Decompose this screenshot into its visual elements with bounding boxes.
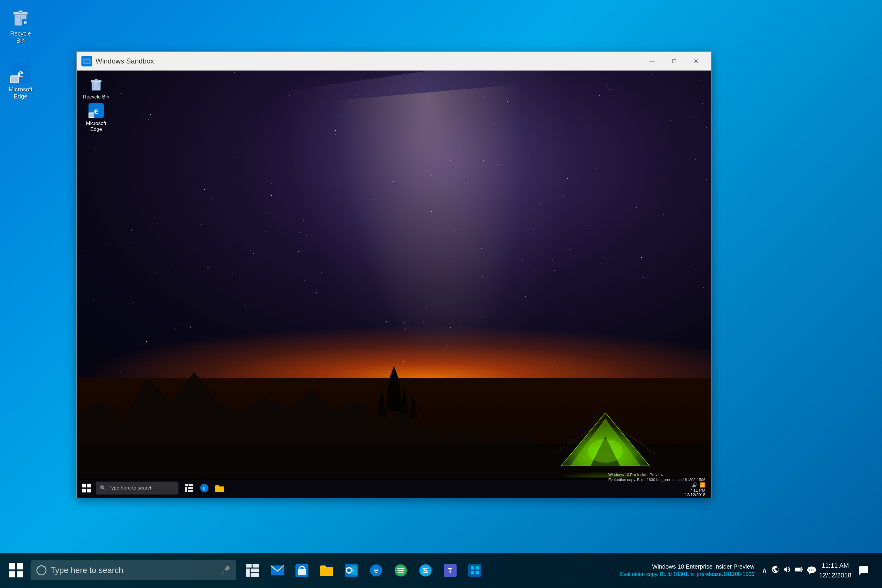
microphone-icon[interactable]: 🎤 [220,566,231,575]
close-button[interactable]: ✕ [686,54,706,68]
svg-rect-2 [18,10,22,13]
svg-rect-49 [185,484,189,486]
host-mail-button[interactable] [266,559,289,582]
svg-rect-70 [320,567,333,576]
svg-rect-53 [188,490,193,492]
inner-time: 7:11 PM [685,488,705,492]
svg-rect-36 [94,80,98,81]
host-sys-tray: ∧ 💬 [762,566,817,576]
svg-rect-85 [468,564,481,577]
host-store-button[interactable] [291,559,314,582]
inner-network-icon[interactable]: 📶 [699,482,705,488]
svg-rect-51 [185,487,187,492]
inner-edge-icon: e [87,102,105,119]
sandbox-title-text: Windows Sandbox [96,57,642,65]
svg-rect-91 [802,568,803,570]
host-build-line2: Evaluation copy. Build 18301.rs_prerelea… [620,571,754,578]
svg-rect-44 [89,113,94,114]
edge-icon-host: e [9,61,32,85]
svg-text:e: e [24,20,27,25]
svg-rect-86 [471,566,474,570]
host-edge-button[interactable]: e [364,559,387,582]
search-circle-icon [36,566,46,575]
svg-rect-60 [9,571,15,578]
svg-rect-57 [215,485,219,487]
tent [546,395,664,477]
svg-rect-62 [246,564,252,568]
inner-edge-btn[interactable]: e [197,481,212,495]
host-desktop: e Recycle Bin e Microsoft Edge [0,0,882,588]
host-msg-icon[interactable]: 💬 [807,566,817,575]
sandbox-title-icon [81,56,92,66]
minimize-button[interactable]: — [642,54,663,68]
svg-rect-66 [251,573,259,577]
edge-icon-label: Microsoft Edge [5,86,36,100]
inner-task-view-btn[interactable] [182,481,196,495]
svg-rect-58 [9,563,15,570]
host-chevron-icon[interactable]: ∧ [762,566,768,575]
svg-text:e: e [374,565,378,575]
svg-rect-52 [188,487,193,489]
svg-rect-43 [89,114,94,117]
host-build-notice: Windows 10 Enterprise Insider Preview Ev… [620,562,754,578]
svg-rect-47 [82,489,86,492]
edge-icon-svg-host: e [10,63,31,83]
recycle-bin-icon: e [9,5,32,29]
sandbox-window: Windows Sandbox — □ ✕ [76,51,711,498]
svg-rect-88 [471,571,474,574]
inner-sys-tray: 🔊 📶 [692,482,705,488]
svg-rect-50 [189,484,193,486]
svg-rect-65 [251,568,259,572]
inner-recycle-bin-label: Recycle Bin [83,94,110,100]
host-battery-icon[interactable] [795,566,803,575]
inner-volume-icon[interactable]: 🔊 [692,482,698,488]
svg-rect-48 [87,489,91,492]
inner-build-text: Windows 10 Pro Insider Preview Evaluatio… [608,472,705,483]
desktop-icon-edge[interactable]: e Microsoft Edge [3,59,38,102]
inner-start-button[interactable] [79,480,94,496]
svg-rect-72 [320,566,326,568]
svg-rect-89 [476,571,479,574]
titlebar-buttons: — □ ✕ [642,54,706,68]
host-search-box[interactable]: Type here to search 🎤 [31,560,236,580]
inner-date: 12/12/2018 [685,492,705,497]
svg-rect-92 [795,568,801,571]
host-notification-button[interactable] [854,560,874,580]
svg-rect-69 [298,569,306,575]
svg-rect-59 [17,563,23,570]
inner-search-text: Type here to search [108,485,153,491]
host-taskbar-icons: O e [241,559,486,582]
host-task-view-button[interactable] [241,559,264,582]
svg-text:e: e [94,105,98,116]
recycle-bin-label: Recycle Bin [5,30,36,44]
desktop-icon-recycle-bin[interactable]: e Recycle Bin [3,3,38,46]
host-file-explorer-button[interactable] [315,559,338,582]
inner-desktop-icon-recycle-bin[interactable]: Recycle Bin [81,75,111,100]
host-skype-button[interactable]: S [414,559,437,582]
host-spotify-button[interactable] [389,559,412,582]
host-outlook-button[interactable]: O [340,559,363,582]
svg-rect-56 [215,486,224,492]
svg-point-33 [588,439,623,463]
host-date: 12/12/2018 [819,570,851,580]
svg-text:S: S [423,566,428,575]
host-app-button[interactable] [464,559,486,582]
host-start-button[interactable] [3,558,28,583]
host-network-icon[interactable] [771,566,779,576]
inner-taskbar-icons: e [182,481,226,495]
inner-desktop-icon-edge[interactable]: e Microsoft Edge [81,102,111,132]
maximize-button[interactable]: □ [663,54,685,68]
host-teams-button[interactable]: T [439,559,462,582]
inner-file-explorer-btn[interactable] [213,481,226,495]
svg-rect-64 [246,568,250,577]
host-taskbar: Type here to search 🎤 [0,553,882,588]
svg-rect-45 [82,484,86,488]
host-search-text: Type here to search [51,566,123,575]
host-datetime[interactable]: 11:11 AM 12/12/2018 [819,561,851,580]
svg-text:e: e [203,484,206,491]
svg-rect-11 [11,77,18,82]
inner-search-box[interactable]: 🔍 Type here to search [96,482,178,495]
inner-notification-icon[interactable]: 🔔 [699,497,705,498]
svg-rect-16 [84,59,90,63]
host-volume-icon[interactable] [783,566,791,576]
